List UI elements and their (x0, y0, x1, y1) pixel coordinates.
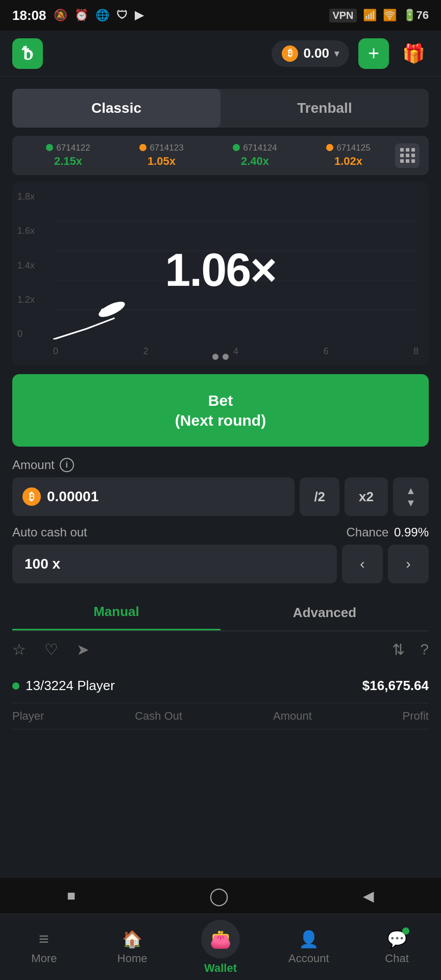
x-label-4: 8 (413, 346, 419, 357)
grid-icon (400, 148, 414, 163)
bottom-nav: ≡ More 🏠 Home 👛 Wallet 👤 Account 💬 Chat (0, 914, 441, 980)
add-funds-button[interactable]: + (358, 38, 389, 69)
amount-input[interactable]: ₿ 0.00001 (12, 477, 295, 516)
browser-icon: 🌐 (95, 9, 109, 22)
account-icon: 👤 (299, 929, 319, 949)
amount-info-icon[interactable]: i (60, 458, 74, 472)
history-mult-0: 2.15x (54, 155, 82, 168)
heart-icon[interactable]: ♡ (44, 641, 58, 658)
media-icon: ▶ (135, 9, 143, 22)
home-icon: 🏠 (122, 929, 142, 949)
nav-home[interactable]: 🏠 Home (88, 914, 177, 980)
strategy-tabs: Manual Advanced (12, 595, 429, 631)
history-item-0[interactable]: 6714122 2.15x (21, 143, 115, 168)
nav-more[interactable]: ≡ More (0, 914, 88, 980)
amount-section-label: Amount i (12, 458, 429, 472)
android-home-btn[interactable]: ◯ (209, 886, 229, 906)
header-right: ₿ 0.00 ▾ + 🎁 (272, 38, 429, 69)
chance-label: Chance 0.99% (347, 525, 429, 540)
chart-multiplier: 1.06× (165, 244, 276, 297)
history-mult-2: 2.40x (241, 155, 269, 168)
status-bar-right: VPN 📶 🛜 🔋76 (329, 9, 429, 22)
wallet-icon: 👛 (210, 929, 231, 949)
game-chart: 1.8x 1.6x 1.4x 1.2x 0 1.06× 0 2 4 6 8 (12, 181, 429, 365)
cashout-next-button[interactable]: › (388, 545, 429, 583)
history-id-1: 6714123 (150, 143, 183, 153)
cashout-value[interactable]: 100 x (12, 545, 337, 583)
game-history-row: 6714122 2.15x 6714123 1.05x 6714124 2.40… (12, 136, 429, 175)
battery-icon: 🔋76 (403, 9, 429, 22)
player-info: 13/3224 Player (12, 678, 115, 694)
swap-icon[interactable]: ⇅ (392, 641, 405, 658)
amount-btc-icon: ₿ (22, 487, 41, 506)
nav-chat[interactable]: 💬 Chat (353, 914, 441, 980)
col-profit: Profit (403, 709, 429, 723)
cashout-prev-button[interactable]: ‹ (342, 545, 383, 583)
tab-manual[interactable]: Manual (12, 595, 220, 630)
tab-classic[interactable]: Classic (12, 89, 220, 128)
col-player: Player (12, 709, 44, 723)
history-id-2: 6714124 (243, 143, 277, 153)
col-cashout: Cash Out (135, 709, 182, 723)
history-id-0: 6714122 (56, 143, 90, 153)
gift-icon: 🎁 (402, 43, 425, 64)
bet-button[interactable]: Bet (Next round) (12, 374, 429, 447)
nav-account[interactable]: 👤 Account (264, 914, 353, 980)
nav-home-label: Home (117, 952, 148, 965)
history-item-3[interactable]: 6714125 1.02x (302, 143, 395, 168)
cashout-label: Auto cash out (12, 525, 87, 540)
app-logo: ᵬ (12, 38, 43, 69)
balance-pill[interactable]: ₿ 0.00 ▾ (272, 40, 349, 67)
action-icons-row: ☆ ♡ ➤ ⇅ ? (12, 641, 429, 658)
nav-chat-label: Chat (385, 952, 408, 965)
gift-button[interactable]: 🎁 (398, 38, 429, 69)
table-headers: Player Cash Out Amount Profit (12, 703, 429, 729)
android-square-btn[interactable]: ■ (67, 888, 76, 904)
half-button[interactable]: /2 (300, 477, 339, 516)
nav-more-label: More (31, 952, 57, 965)
history-item-2[interactable]: 6714124 2.40x (208, 143, 302, 168)
amount-updown-button[interactable]: ▲ ▼ (393, 477, 429, 516)
up-arrow-icon: ▲ (406, 485, 416, 496)
chat-icon: 💬 (387, 929, 407, 949)
shield-icon: 🛡 (116, 9, 128, 22)
cashout-row: Auto cash out Chance 0.99% (12, 525, 429, 540)
action-icons-right: ⇅ ? (392, 641, 429, 658)
nav-wallet-label: Wallet (204, 962, 237, 975)
tab-advanced[interactable]: Advanced (220, 595, 429, 630)
x-label-3: 6 (323, 346, 328, 357)
history-dot-orange-3 (326, 144, 333, 151)
y-label-4: 0 (17, 329, 35, 339)
history-id-3: 6714125 (336, 143, 370, 153)
balance-value: 0.00 (303, 45, 329, 61)
nav-wallet[interactable]: 👛 Wallet (177, 914, 265, 980)
player-online-dot (12, 682, 19, 690)
notification-icon: 🔕 (54, 9, 67, 22)
status-bar-left: 18:08 🔕 ⏰ 🌐 🛡 ▶ (12, 8, 143, 23)
chart-dot-1 (212, 354, 218, 360)
vpn-icon: VPN (329, 9, 356, 22)
chart-y-labels: 1.8x 1.6x 1.4x 1.2x 0 (17, 191, 35, 339)
favorite-icon[interactable]: ☆ (12, 641, 26, 658)
down-arrow-icon: ▼ (406, 498, 416, 508)
app-header: ᵬ ₿ 0.00 ▾ + 🎁 (0, 31, 441, 77)
double-button[interactable]: x2 (345, 477, 388, 516)
alarm-icon: ⏰ (75, 9, 88, 22)
history-item-1[interactable]: 6714123 1.05x (115, 143, 208, 168)
rocket-icon (96, 302, 127, 319)
x-label-0: 0 (53, 346, 58, 357)
history-grid-button[interactable] (395, 143, 420, 168)
android-back-btn[interactable]: ◀ (363, 888, 374, 904)
history-mult-1: 1.05x (148, 155, 176, 168)
share-icon[interactable]: ➤ (77, 641, 89, 658)
tab-trenball[interactable]: Trenball (220, 89, 429, 128)
android-nav: ■ ◯ ◀ (0, 878, 441, 914)
y-label-0: 1.8x (17, 191, 35, 202)
history-dot-orange-1 (139, 144, 146, 151)
history-dot-green-2 (233, 144, 240, 151)
mode-tabs: Classic Trenball (12, 89, 429, 128)
help-icon[interactable]: ? (420, 641, 429, 658)
x-label-1: 2 (143, 346, 148, 357)
svg-point-5 (96, 302, 127, 317)
status-bar: 18:08 🔕 ⏰ 🌐 🛡 ▶ VPN 📶 🛜 🔋76 (0, 0, 441, 31)
